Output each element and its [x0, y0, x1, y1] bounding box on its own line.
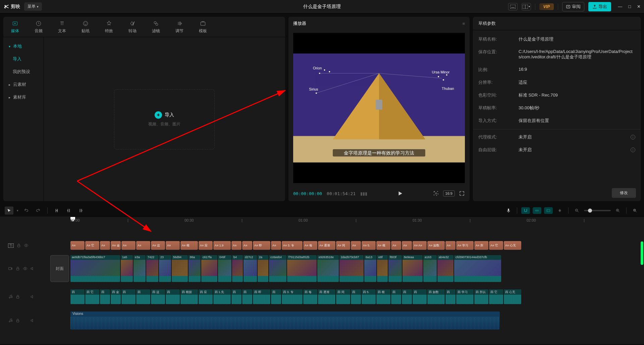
audio-clip[interactable]: 四 学习 [456, 289, 474, 304]
video-clip[interactable]: 049f [218, 255, 231, 282]
video-clip[interactable]: cc6eeb4 [269, 255, 286, 282]
cover-slot[interactable]: 封面 [50, 255, 69, 282]
text-clip[interactable]: A≡ [231, 241, 241, 250]
text-lane[interactable]: A≡A≡ 它A≡A≡ 金A≡A≡A≡ 这A≡A≡ 根A≡ 应A≡ 1.9A≡A≡… [70, 239, 644, 252]
audio-clip[interactable]: 四 [402, 289, 412, 304]
text-clip[interactable]: A≡ [100, 241, 110, 250]
sidebar-item-cloud[interactable]: 云素材 [3, 78, 43, 91]
text-clip[interactable]: A≡ [445, 241, 455, 250]
video-clip[interactable]: c617fa [201, 255, 217, 282]
text-clip[interactable]: A≡ 根 [376, 241, 390, 250]
video-clip[interactable]: e3a [133, 255, 146, 282]
sidebar-item-import[interactable]: 导入 [3, 53, 43, 65]
text-clip[interactable]: A≡ 同 [336, 241, 350, 250]
mute-icon[interactable] [30, 266, 35, 271]
video-clip[interactable]: cfd390730144ed337cfb [454, 255, 501, 282]
video-clip[interactable]: 56d94 [172, 255, 188, 282]
video-clip[interactable]: f79115d3a852b [287, 255, 317, 282]
audio-clip[interactable]: 四 金 [111, 289, 121, 304]
player-menu-icon[interactable]: ≡ [462, 21, 465, 26]
split-right-tool[interactable] [76, 207, 85, 215]
audio-clip[interactable]: 四 [136, 289, 150, 304]
media-tab-0[interactable]: 媒体 [3, 17, 27, 37]
text-clip[interactable]: A≡ [70, 241, 85, 250]
video-clip[interactable]: b4 [232, 255, 243, 282]
minimize-icon[interactable]: — [618, 4, 622, 9]
audio-clip[interactable]: 四 [271, 289, 281, 304]
audio-clip[interactable]: 四 根 [376, 289, 390, 304]
media-tab-3[interactable]: 贴纸 [74, 17, 97, 37]
video-clip[interactable]: 2a [258, 255, 268, 282]
lock-icon[interactable] [15, 318, 20, 323]
split-left-tool[interactable] [64, 207, 73, 215]
text-clip[interactable]: A≡ 如数 [427, 241, 445, 250]
audio-clip[interactable]: 四 即 [253, 289, 270, 304]
media-tab-1[interactable]: 音频 [27, 17, 50, 37]
audio-clip[interactable]: 四 [391, 289, 401, 304]
lock-icon[interactable] [16, 243, 21, 248]
undo-button[interactable] [22, 207, 31, 215]
sidebar-item-library[interactable]: 素材库 [3, 91, 43, 104]
modify-button[interactable]: 修改 [612, 188, 636, 198]
music-clip[interactable]: Visions [70, 311, 500, 330]
player-viewport[interactable]: Orion Sirius Ursa Minor Thuban 金字塔原理是一种有… [293, 33, 465, 183]
lock-icon[interactable] [15, 294, 20, 299]
text-clip[interactable]: A≡ 它 [85, 241, 99, 250]
text-clip[interactable]: A≡ 它 [489, 241, 503, 250]
text-clip[interactable]: A≡ [351, 241, 361, 250]
audio-clip[interactable]: 四 [166, 289, 180, 304]
audio-clip[interactable]: 四 [242, 289, 252, 304]
video-clip[interactable]: e8f [377, 255, 388, 282]
media-tab-7[interactable]: 调节 [168, 17, 191, 37]
audio-clip[interactable]: 四 心无 [504, 289, 521, 304]
video-clip[interactable]: ae8db71f9a3a5f6436bc7 [70, 255, 120, 282]
video-clip[interactable]: 6a13 [364, 255, 376, 282]
split-tool[interactable] [52, 207, 61, 215]
audio-clip[interactable]: 四 1.先 [213, 289, 231, 304]
text-clip[interactable]: A≡ [402, 241, 412, 250]
text-clip[interactable]: A≡ [121, 241, 136, 250]
select-tool[interactable] [5, 207, 13, 215]
sidebar-item-presets[interactable]: 我的预设 [3, 65, 43, 78]
media-tab-6[interactable]: 滤镜 [144, 17, 168, 37]
maximize-icon[interactable]: □ [628, 4, 631, 9]
audio-clip[interactable]: 四 [100, 289, 110, 304]
mic-icon[interactable] [504, 207, 513, 215]
info-icon[interactable]: i [631, 135, 635, 139]
audio-clip[interactable]: 四 3. 专 [282, 289, 303, 304]
lock-icon[interactable] [15, 266, 20, 271]
info-icon[interactable]: i [631, 148, 635, 152]
audio-clip[interactable]: 四 [351, 289, 361, 304]
redo-button[interactable] [34, 207, 43, 215]
audio-clip[interactable]: 四 逐渐 [318, 289, 335, 304]
audio-clip[interactable]: 四 [70, 289, 85, 304]
video-clip[interactable]: d27c2 [244, 255, 257, 282]
sidebar-item-local[interactable]: 本地 [3, 40, 43, 53]
video-clip[interactable]: 1a5 [121, 255, 133, 282]
text-clip[interactable]: A≡ [271, 241, 281, 250]
audio-clip[interactable]: 四 [413, 289, 427, 304]
audio-clip[interactable]: 四 应 [199, 289, 213, 304]
eye-icon[interactable] [24, 243, 29, 248]
audio-clip[interactable]: 四 根据 [180, 289, 198, 304]
text-clip[interactable]: A≡ 应 [199, 241, 213, 250]
audio-clip[interactable]: 四 同 [336, 289, 350, 304]
mute-icon[interactable] [30, 294, 35, 299]
text-clip[interactable]: A≡ 金 [111, 241, 121, 250]
timecode-current[interactable]: 00:00:00:00 [293, 191, 322, 196]
audio-clip[interactable]: 四 [231, 289, 241, 304]
preview-tool[interactable] [544, 207, 553, 214]
audio-clip[interactable]: 四 如数 [427, 289, 445, 304]
audio-clip[interactable]: 四 [445, 289, 455, 304]
video-clip[interactable]: ab4e32 [437, 255, 453, 282]
audio-clip[interactable]: 四 它 [85, 289, 99, 304]
text-clip[interactable]: A≡ A≡ [413, 241, 427, 250]
import-dropzone[interactable]: + 导入 视频、音频、图片 [114, 89, 215, 150]
media-tab-2[interactable]: 文本 [50, 17, 74, 37]
align-tool[interactable] [555, 207, 564, 215]
side-scrollbar[interactable] [641, 241, 643, 265]
video-clip[interactable]: a163 [423, 255, 437, 282]
video-lane[interactable]: ae8db71f9a3a5f6436bc71a5e3a74222356d9486… [70, 254, 644, 283]
video-clip[interactable]: 8e9eaa [402, 255, 423, 282]
timeline-ruler[interactable]: 00:00|00:30|01:00|01:30|02:00| [70, 217, 644, 225]
